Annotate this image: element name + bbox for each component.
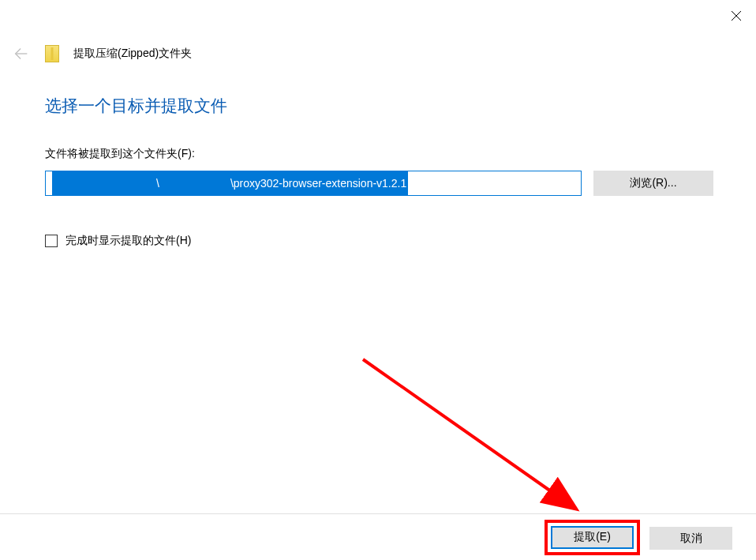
redacted-path-segment (54, 171, 156, 195)
extract-button[interactable]: 提取(E) (551, 526, 634, 549)
show-files-checkbox[interactable] (45, 235, 58, 247)
redacted-path-segment (159, 171, 230, 195)
extract-path-input[interactable]: \ \proxy302-browser-extension-v1.2.1 (45, 171, 582, 196)
browse-button[interactable]: 浏览(R)... (593, 171, 713, 196)
back-arrow-icon (13, 45, 30, 62)
zip-folder-icon (45, 45, 59, 62)
close-icon (731, 10, 742, 21)
svg-line-4 (363, 359, 574, 508)
extract-button-highlight: 提取(E) (545, 520, 640, 555)
cancel-button[interactable]: 取消 (649, 527, 732, 550)
path-label: 文件将被提取到这个文件夹(F): (45, 147, 728, 161)
checkbox-label: 完成时显示提取的文件(H) (65, 234, 191, 248)
annotation-arrow (355, 351, 608, 533)
back-button (12, 44, 31, 63)
path-value-text: \proxy302-browser-extension-v1.2.1 (230, 177, 406, 190)
window-title: 提取压缩(Zipped)文件夹 (73, 47, 192, 61)
page-heading: 选择一个目标并提取文件 (45, 95, 728, 117)
close-button[interactable] (717, 0, 756, 32)
